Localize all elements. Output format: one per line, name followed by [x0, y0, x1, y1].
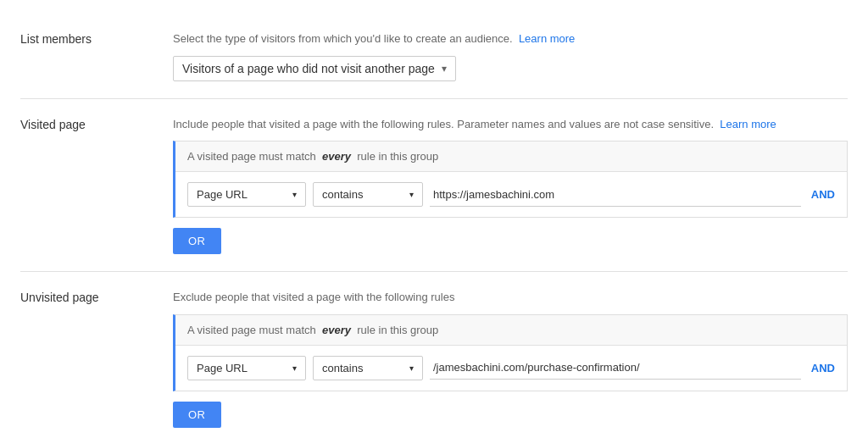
visited-page-section: Visited page Include people that visited…: [20, 99, 848, 273]
visited-page-url-input[interactable]: [430, 183, 801, 207]
list-members-dropdown[interactable]: Visitors of a page who did not visit ano…: [173, 56, 456, 81]
visited-page-rule-row: Page URL ▾ contains ▾ AND: [175, 172, 847, 217]
visited-page-rule-group: A visited page must match every rule in …: [173, 141, 848, 218]
visited-page-description: Include people that visited a page with …: [173, 116, 848, 133]
visited-page-operator-dropdown[interactable]: contains ▾: [313, 182, 423, 207]
page-container: List members Select the type of visitors…: [0, 0, 868, 438]
list-members-label: List members: [20, 30, 173, 81]
unvisited-page-rule-header: A visited page must match every rule in …: [175, 315, 847, 346]
list-members-description: Select the type of visitors from which y…: [173, 30, 848, 47]
visited-page-operator-arrow: ▾: [409, 190, 414, 199]
unvisited-page-operator-value: contains: [322, 362, 363, 374]
visited-page-field-dropdown[interactable]: Page URL ▾: [187, 182, 306, 207]
unvisited-page-label: Unvisited page: [20, 289, 173, 428]
visited-page-operator-value: contains: [322, 188, 363, 201]
unvisited-page-and-button[interactable]: AND: [811, 362, 835, 374]
unvisited-page-field-arrow: ▾: [292, 363, 297, 373]
unvisited-page-operator-arrow: ▾: [409, 363, 414, 373]
unvisited-page-section: Unvisited page Exclude people that visit…: [20, 272, 848, 438]
unvisited-page-content: Exclude people that visited a page with …: [173, 289, 848, 428]
list-members-dropdown-arrow: ▾: [442, 63, 447, 75]
list-members-learn-more[interactable]: Learn more: [519, 32, 575, 45]
visited-page-field-value: Page URL: [197, 188, 248, 201]
list-members-section: List members Select the type of visitors…: [20, 14, 848, 99]
list-members-content: Select the type of visitors from which y…: [173, 30, 848, 81]
unvisited-page-description: Exclude people that visited a page with …: [173, 289, 848, 306]
unvisited-page-operator-dropdown[interactable]: contains ▾: [313, 356, 423, 380]
visited-page-or-button[interactable]: OR: [173, 228, 221, 254]
unvisited-page-field-value: Page URL: [197, 362, 248, 374]
visited-page-and-button[interactable]: AND: [811, 188, 835, 201]
visited-page-content: Include people that visited a page with …: [173, 116, 848, 255]
visited-page-every-text: every: [322, 150, 351, 163]
visited-page-label: Visited page: [20, 116, 173, 255]
visited-page-rule-header: A visited page must match every rule in …: [175, 141, 847, 172]
unvisited-page-url-input[interactable]: [430, 356, 801, 380]
unvisited-page-or-button[interactable]: OR: [173, 402, 221, 428]
unvisited-page-rule-row: Page URL ▾ contains ▾ AND: [175, 346, 847, 391]
unvisited-page-field-dropdown[interactable]: Page URL ▾: [187, 356, 306, 380]
unvisited-page-every-text: every: [322, 324, 351, 336]
visited-page-learn-more[interactable]: Learn more: [720, 118, 776, 130]
list-members-dropdown-value: Visitors of a page who did not visit ano…: [182, 62, 435, 75]
visited-page-field-arrow: ▾: [292, 190, 297, 199]
unvisited-page-rule-group: A visited page must match every rule in …: [173, 314, 848, 391]
